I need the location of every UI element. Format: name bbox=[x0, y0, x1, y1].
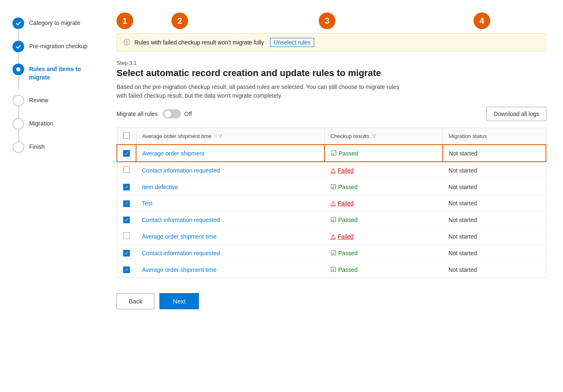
checkup-status[interactable]: ⚠ Failed bbox=[330, 167, 437, 174]
migrate-label-group: Migrate all rules Off bbox=[117, 109, 192, 118]
migration-status: Not started bbox=[443, 212, 546, 228]
step-indicator-inactive2 bbox=[12, 118, 24, 130]
step-indicator-completed bbox=[12, 17, 24, 29]
callout-3: 3 bbox=[319, 12, 335, 29]
callout-4: 4 bbox=[474, 12, 490, 29]
rule-name-link[interactable]: Contact information requested bbox=[142, 217, 220, 223]
row-checkbox[interactable]: ✓ bbox=[123, 250, 130, 256]
warning-banner: ⓘ Rules with failed checkup result won't… bbox=[117, 33, 546, 52]
rule-name-link[interactable]: Average order shipment bbox=[142, 150, 204, 157]
sidebar-item-label5: Migration bbox=[29, 117, 53, 141]
callout-2: 2 bbox=[171, 12, 188, 29]
table-row: ✓Average order shipment time☑ PassedNot … bbox=[117, 261, 546, 278]
sidebar-item-review[interactable]: Review bbox=[12, 94, 100, 117]
migration-status: Not started bbox=[443, 261, 546, 278]
row-checkbox[interactable]: ✓ bbox=[123, 200, 130, 207]
callouts-row: 1 2 3 4 bbox=[117, 8, 546, 33]
migration-status: Not started bbox=[443, 195, 546, 212]
migration-status: Not started bbox=[443, 179, 546, 195]
back-button[interactable]: Back bbox=[117, 293, 154, 309]
sidebar-item-migration[interactable]: Migration bbox=[12, 117, 100, 141]
th-checkup: Checkup results ▽ bbox=[325, 128, 443, 145]
rules-table: Average order shipment time ↑ ▽ Checkup … bbox=[117, 128, 546, 278]
passed-icon: ☑ bbox=[331, 149, 337, 157]
rule-name-link[interactable]: Average order shipment time bbox=[142, 266, 217, 273]
row-checkbox[interactable]: ✓ bbox=[123, 184, 130, 190]
th-migration-status: Migration status bbox=[443, 128, 546, 145]
checkup-status: ☑ Passed bbox=[330, 216, 437, 224]
header-checkbox[interactable] bbox=[123, 132, 130, 139]
th-rule-name: Average order shipment time ↑ ▽ bbox=[136, 128, 325, 145]
row-checkbox[interactable] bbox=[123, 166, 130, 173]
migration-status: Not started bbox=[443, 228, 546, 245]
checkup-status: ☑ Passed bbox=[330, 266, 437, 274]
toggle-state-label: Off bbox=[184, 111, 192, 117]
checkup-filter-icon[interactable]: ▽ bbox=[372, 133, 376, 139]
next-button[interactable]: Next bbox=[159, 293, 199, 309]
step-indicator-inactive3 bbox=[12, 141, 24, 153]
step-indicator-completed2 bbox=[12, 41, 24, 52]
passed-icon: ☑ bbox=[330, 216, 336, 224]
table-row: Contact information requested⚠ FailedNot… bbox=[117, 162, 546, 179]
checkup-status: ☑ Passed bbox=[330, 183, 437, 191]
rule-name-link[interactable]: Average order shipment time bbox=[142, 233, 217, 240]
download-all-logs-button[interactable]: Download all logs bbox=[486, 107, 546, 121]
step-number: Step 3.1 bbox=[117, 60, 546, 66]
sidebar: Category to migrate Pre-migration checku… bbox=[0, 0, 108, 392]
table-body: ✓Average order shipment☑ PassedNot start… bbox=[117, 145, 546, 278]
toggle-container[interactable]: Off bbox=[163, 109, 192, 118]
failed-icon: ⚠ bbox=[330, 167, 336, 174]
rule-name-link[interactable]: Contact information requested bbox=[142, 250, 220, 256]
passed-icon: ☑ bbox=[330, 249, 336, 257]
rule-name-link[interactable]: Contact information requested bbox=[142, 167, 220, 174]
sidebar-item-finish[interactable]: Finish bbox=[12, 141, 100, 153]
passed-icon: ☑ bbox=[330, 183, 336, 191]
info-icon: ⓘ bbox=[124, 38, 130, 47]
rule-name-link[interactable]: Item defective bbox=[142, 184, 178, 190]
migrate-all-label: Migrate all rules bbox=[117, 111, 158, 117]
step-header: Step 3.1 Select automatic record creatio… bbox=[117, 60, 546, 100]
row-checkbox[interactable]: ✓ bbox=[123, 266, 130, 273]
checkup-status[interactable]: ⚠ Failed bbox=[330, 200, 437, 207]
th-checkbox bbox=[117, 128, 136, 145]
passed-icon: ☑ bbox=[330, 266, 336, 274]
sidebar-item-category[interactable]: Category to migrate bbox=[12, 17, 100, 40]
migrate-toggle[interactable] bbox=[163, 109, 181, 118]
warning-text: Rules with failed checkup result won't m… bbox=[134, 39, 264, 46]
checkup-status: ☑ Passed bbox=[330, 249, 437, 257]
table-row: Average order shipment time⚠ FailedNot s… bbox=[117, 228, 546, 245]
table-row: ✓Test⚠ FailedNot started bbox=[117, 195, 546, 212]
failed-icon: ⚠ bbox=[330, 200, 336, 207]
checkup-status: ☑ Passed bbox=[331, 149, 437, 157]
unselect-rules-link[interactable]: Unselect rules bbox=[270, 38, 315, 47]
main-content: 1 2 3 4 ⓘ Rules with failed checkup resu… bbox=[108, 0, 563, 392]
table-row: ✓Contact information requested☑ PassedNo… bbox=[117, 212, 546, 228]
table-row: ✓Contact information requested☑ PassedNo… bbox=[117, 245, 546, 261]
toggle-thumb bbox=[164, 111, 171, 117]
migration-status: Not started bbox=[443, 145, 546, 162]
table-row: ✓Average order shipment☑ PassedNot start… bbox=[117, 145, 546, 162]
sidebar-item-rules[interactable]: Rules and items to migrate bbox=[12, 63, 100, 94]
sidebar-item-label4: Review bbox=[29, 94, 48, 117]
rule-name-link[interactable]: Test bbox=[142, 200, 153, 207]
step-indicator-active bbox=[12, 64, 24, 75]
sidebar-item-label6: Finish bbox=[29, 141, 45, 151]
checkup-status[interactable]: ⚠ Failed bbox=[330, 233, 437, 240]
migration-status: Not started bbox=[443, 162, 546, 179]
sidebar-item-label: Category to migrate bbox=[29, 17, 80, 40]
row-checkbox[interactable] bbox=[123, 232, 130, 239]
sort-icon[interactable]: ↑ ▽ bbox=[215, 133, 222, 139]
table-row: ✓Item defective☑ PassedNot started bbox=[117, 179, 546, 195]
sidebar-item-label3: Rules and items to migrate bbox=[29, 63, 100, 94]
failed-icon: ⚠ bbox=[330, 233, 336, 240]
row-checkbox[interactable]: ✓ bbox=[123, 150, 130, 157]
callout-1: 1 bbox=[117, 12, 133, 29]
sidebar-item-premigration[interactable]: Pre-migration checkup bbox=[12, 40, 100, 63]
row-checkbox[interactable]: ✓ bbox=[123, 217, 130, 223]
table-header-row: Average order shipment time ↑ ▽ Checkup … bbox=[117, 128, 546, 145]
step-description: Based on the pre-migration checkup resul… bbox=[117, 83, 408, 100]
step-title: Select automatic record creation and upd… bbox=[117, 68, 546, 79]
sidebar-item-label2: Pre-migration checkup bbox=[29, 40, 87, 63]
bottom-nav: Back Next bbox=[117, 286, 546, 309]
step-indicator-inactive bbox=[12, 95, 24, 106]
